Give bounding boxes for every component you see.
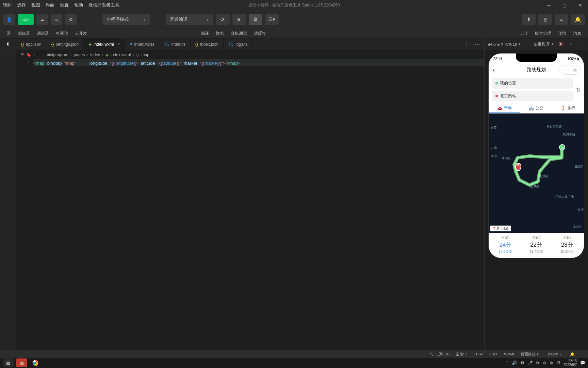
- route-option-1[interactable]: 方案1 24分 10.5公里: [490, 235, 521, 254]
- breadcrumb-item[interactable]: index.wxml: [111, 52, 131, 57]
- menu-view[interactable]: 视图: [31, 2, 40, 8]
- menu-help[interactable]: 帮助: [74, 2, 83, 8]
- taskbar-chrome[interactable]: [30, 358, 41, 367]
- upload-button[interactable]: ⬆: [522, 14, 536, 25]
- swap-icon[interactable]: ⇅: [576, 87, 581, 93]
- refresh-button[interactable]: ⟳: [216, 14, 230, 25]
- menu-devtools[interactable]: 微信开发者工具: [88, 2, 119, 8]
- upload-label[interactable]: 上传: [520, 31, 528, 36]
- more-actions-icon[interactable]: ⋯: [475, 41, 480, 48]
- realdevice-label[interactable]: 真机调试: [231, 31, 247, 36]
- menu-select[interactable]: 选择: [17, 2, 26, 8]
- device-model-select[interactable]: iPhone X 75% 16▼: [488, 42, 521, 46]
- page-route[interactable]: 页面路径 ▾: [521, 352, 539, 357]
- tab-logs-ts[interactable]: TSlogs.ts: [224, 39, 252, 50]
- close-button[interactable]: ✕: [572, 0, 588, 10]
- hot-reload-toggle[interactable]: 热重载 开▼: [534, 42, 554, 47]
- code-editor[interactable]: 1 <map bindtap="map" longitude="{{longti…: [16, 59, 484, 350]
- tab-index-ts[interactable]: TSindex.ts: [159, 39, 191, 50]
- breadcrumb-item[interactable]: miniprogram: [46, 52, 68, 57]
- clearcache-label[interactable]: 清缓存: [254, 31, 266, 36]
- preview-label[interactable]: 预览: [216, 31, 224, 36]
- expand-icon[interactable]: ⤢: [568, 42, 574, 46]
- split-editor-icon[interactable]: ◫: [466, 41, 471, 48]
- breadcrumb-item[interactable]: index: [90, 52, 100, 57]
- encoding-info[interactable]: UTF-8: [473, 352, 483, 356]
- plugin-info[interactable]: __plugin_/...: [544, 352, 565, 356]
- taskbar-app-2[interactable]: ▦: [16, 358, 27, 367]
- route-option-3[interactable]: 方案3 28分 10.3公里: [552, 235, 583, 254]
- list-icon[interactable]: ☰: [20, 52, 24, 57]
- map-view[interactable]: 百货 古塘 钱塘江 西湖区 上城区 滨江区 秋石高架路 杭州东站 杭州站 钱江世…: [489, 113, 584, 233]
- menu-interface[interactable]: 界面: [46, 2, 54, 8]
- preview-button[interactable]: 👁: [232, 14, 246, 25]
- tab-index-wxss[interactable]: ≡index.wxss: [125, 39, 160, 50]
- bell-icon[interactable]: 🔔: [570, 352, 575, 356]
- back-icon[interactable]: ‹: [493, 66, 495, 74]
- cloud-label[interactable]: 云开发: [75, 31, 87, 36]
- transport-drive[interactable]: 🚗 驾车: [489, 103, 520, 113]
- code-button[interactable]: </>: [18, 14, 34, 25]
- tray-cancel-icon[interactable]: ⊗: [550, 361, 553, 365]
- layout-button[interactable]: ▭: [51, 14, 62, 25]
- tray-monitor-icon[interactable]: 🖥: [520, 361, 524, 365]
- detail-label[interactable]: 详情: [558, 31, 566, 36]
- eol-info[interactable]: CRLF: [489, 352, 499, 356]
- capsule-close-icon[interactable]: ◉: [570, 65, 580, 74]
- to-input[interactable]: 北京西站: [492, 91, 573, 101]
- lang-info[interactable]: WXML: [504, 352, 515, 356]
- system-clock[interactable]: 22:15 2022/6/7: [564, 359, 577, 367]
- mute-icon[interactable]: 🔇: [557, 42, 564, 46]
- notify-button[interactable]: 🔔: [571, 14, 585, 25]
- profile-button[interactable]: 👤: [3, 14, 15, 25]
- version-button[interactable]: ⎘: [538, 14, 552, 25]
- tray-block-icon[interactable]: ⊘: [543, 361, 546, 365]
- breadcrumb-item[interactable]: pages: [74, 52, 85, 57]
- compile-select[interactable]: 普通编译 ▼: [166, 14, 213, 25]
- detail-button[interactable]: ≡: [555, 14, 568, 25]
- tray-volume-icon[interactable]: 🔊: [512, 361, 517, 365]
- compile-label[interactable]: 编译: [201, 31, 209, 36]
- link-button[interactable]: ⟲: [65, 14, 77, 25]
- editor-label[interactable]: 编辑器: [18, 31, 30, 36]
- bookmark-icon[interactable]: 🔖: [26, 52, 31, 57]
- sidebar-more-icon[interactable]: ...: [6, 51, 10, 56]
- tab-index-json[interactable]: {}index.json: [191, 39, 224, 50]
- from-input[interactable]: 我的位置: [492, 78, 573, 89]
- tray-check-icon[interactable]: ☑: [556, 361, 560, 365]
- close-tab-icon[interactable]: ×: [117, 42, 120, 47]
- visual-label[interactable]: 可视化: [56, 31, 68, 36]
- clear-button[interactable]: ☰▾: [265, 14, 279, 25]
- cursor-position[interactable]: 行 1, 列 101: [430, 352, 450, 357]
- more-icon[interactable]: ⋯: [578, 42, 585, 46]
- tab-index-wxml[interactable]: ◈index.wxml×: [84, 39, 125, 50]
- tab-app-json[interactable]: {}app.json: [16, 39, 46, 50]
- tray-notification-icon[interactable]: 💬: [580, 361, 585, 365]
- minimize-button[interactable]: ─: [541, 0, 557, 10]
- route-detail-button[interactable]: ☰ 路线详情: [489, 257, 584, 258]
- nav-back-icon[interactable]: ←: [33, 52, 37, 57]
- more-status-icon[interactable]: ⋯: [580, 352, 584, 356]
- cloud-button[interactable]: ☁: [36, 14, 48, 25]
- nav-forward-icon[interactable]: →: [39, 52, 44, 57]
- breadcrumb-item[interactable]: map: [141, 52, 149, 57]
- menu-goto[interactable]: 转到: [3, 2, 12, 8]
- indent-info[interactable]: 空格: 2: [456, 352, 467, 357]
- transport-walk[interactable]: 🚶 步行: [552, 103, 584, 113]
- maximize-button[interactable]: ▢: [557, 0, 572, 10]
- debugger-label[interactable]: 调试器: [37, 31, 49, 36]
- mode-select[interactable]: 小程序模式 ▼: [102, 14, 150, 25]
- tray-chevron-icon[interactable]: ˄: [506, 361, 508, 365]
- route-option-2[interactable]: 方案2 22分 11.7公里: [521, 235, 552, 254]
- capsule-more-icon[interactable]: ⋯: [560, 65, 570, 74]
- tray-mic-icon[interactable]: 🎤: [528, 361, 533, 365]
- taskbar-app-1[interactable]: ▦: [3, 358, 14, 367]
- version-label[interactable]: 版本管理: [535, 31, 551, 36]
- sidebar-icon[interactable]: 🐧: [6, 41, 11, 46]
- menu-settings[interactable]: 设置: [60, 2, 69, 8]
- message-label[interactable]: 消息: [573, 31, 581, 36]
- debug-button[interactable]: ⚙: [249, 14, 262, 25]
- transport-bus[interactable]: 🚌 公交: [520, 103, 552, 113]
- tab-settings-json[interactable]: {}settings.json: [46, 39, 84, 50]
- tray-network-icon[interactable]: ⧉: [536, 361, 539, 365]
